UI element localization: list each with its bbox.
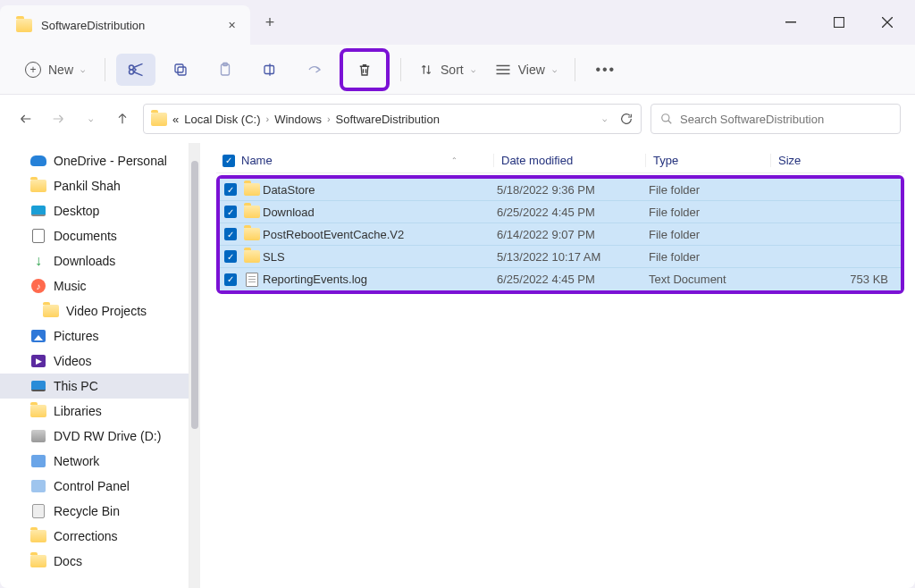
sidebar-item[interactable]: DVD RW Drive (D:) [0,424,189,449]
forward-button[interactable] [46,107,70,130]
sidebar-item[interactable]: Pictures [0,323,189,349]
view-icon [495,63,511,76]
file-row[interactable]: ✓ Download 6/25/2022 4:45 PM File folder [220,201,901,223]
file-name: PostRebootEventCache.V2 [263,228,497,241]
row-checkbox[interactable]: ✓ [220,183,241,196]
sidebar-item[interactable]: ▶Videos [0,349,189,374]
row-checkbox[interactable]: ✓ [220,228,241,240]
maximize-button[interactable] [818,8,860,37]
sidebar-item[interactable]: Corrections [0,524,189,549]
column-name[interactable]: Name⌃ [241,154,493,167]
breadcrumb-item[interactable]: SoftwareDistribution [336,113,440,126]
breadcrumb-prefix: « [172,113,179,126]
file-icon [241,273,263,287]
file-list-highlight: ✓ DataStore 5/18/2022 9:36 PM File folde… [216,175,904,294]
column-date[interactable]: Date modified [493,154,645,167]
search-input[interactable] [680,113,891,126]
new-label: New [48,63,73,77]
sidebar-item[interactable]: Network [0,449,189,474]
folder-icon [30,554,46,568]
file-row[interactable]: ✓ SLS 5/13/2022 10:17 AM File folder [220,246,901,268]
close-tab-icon[interactable]: ✕ [224,16,239,35]
sidebar-item-label: This PC [54,379,98,393]
rename-button[interactable] [250,54,290,86]
sidebar-item[interactable]: OneDrive - Personal [0,148,189,173]
sidebar-item[interactable]: Video Projects [0,298,189,323]
separator [105,58,105,81]
folder-icon [241,250,263,263]
file-row[interactable]: ✓ DataStore 5/18/2022 9:36 PM File folde… [220,179,901,201]
search-box[interactable] [651,104,901,134]
up-button[interactable] [111,107,134,130]
sidebar-item-label: Recycle Bin [54,504,120,518]
scrollbar[interactable] [189,143,200,588]
rename-icon [262,62,278,78]
column-type[interactable]: Type [645,154,770,167]
folder-icon [241,206,263,218]
minimize-button[interactable] [770,8,811,37]
svg-line-14 [668,121,672,124]
new-button[interactable]: + New ⌵ [16,56,94,83]
net-icon [30,454,46,468]
sidebar-item[interactable]: ↓Downloads [0,248,189,273]
chevron-down-icon: ⌵ [471,65,475,74]
sidebar-item[interactable]: Libraries [0,399,189,424]
address-bar: ⌵ « Local Disk (C:) › Windows › Software… [0,95,915,143]
more-button[interactable]: ••• [586,54,625,86]
svg-rect-8 [264,65,274,73]
sidebar-item-label: Video Projects [66,304,147,318]
file-row[interactable]: ✓ ReportingEvents.log 6/25/2022 4:45 PM … [220,268,901,290]
refresh-icon[interactable] [619,112,634,126]
sidebar-item-label: Pankil Shah [54,179,121,193]
chevron-down-icon[interactable]: ⌵ [602,114,607,123]
row-checkbox[interactable]: ✓ [220,250,241,263]
file-name: Download [263,206,497,219]
cut-button[interactable] [116,54,155,86]
doc-icon [30,229,46,243]
recent-dropdown[interactable]: ⌵ [79,107,102,130]
sidebar-item-label: OneDrive - Personal [54,154,167,168]
folder-icon [16,19,32,32]
sidebar-item[interactable]: Documents [0,223,189,248]
paste-button[interactable] [206,54,245,86]
breadcrumb-item[interactable]: Local Disk (C:) [184,113,260,126]
video-icon: ▶ [30,354,46,368]
view-button[interactable]: View ⌵ [488,57,564,82]
sidebar-item[interactable]: Pankil Shah [0,173,189,198]
select-all-checkbox[interactable]: ✓ [216,155,241,167]
window-tab[interactable]: SoftwareDistribution ✕ [0,5,250,45]
sidebar-item-label: Control Panel [54,479,130,493]
title-bar: SoftwareDistribution ✕ + [0,0,915,45]
sidebar-item-label: DVD RW Drive (D:) [54,429,161,443]
sidebar-item[interactable]: ♪Music [0,273,189,298]
sort-button[interactable]: Sort ⌵ [412,57,483,82]
svg-rect-0 [785,21,796,23]
sidebar-item[interactable]: Control Panel [0,474,189,499]
new-tab-button[interactable]: + [250,0,290,45]
file-row[interactable]: ✓ PostRebootEventCache.V2 6/14/2022 9:07… [220,223,901,246]
copy-button[interactable] [161,54,200,86]
file-type: File folder [649,228,774,241]
music-icon: ♪ [30,279,46,293]
sidebar-item[interactable]: Desktop [0,198,189,223]
column-size[interactable]: Size [770,154,904,167]
scrollbar-thumb[interactable] [191,161,198,429]
window-controls [770,0,915,45]
bin-icon [30,504,46,518]
sidebar-item[interactable]: Docs [0,549,189,574]
breadcrumb[interactable]: « Local Disk (C:) › Windows › SoftwareDi… [143,104,642,134]
sidebar-item[interactable]: This PC [0,374,189,399]
back-button[interactable] [14,107,38,130]
delete-button[interactable] [345,54,384,86]
content-pane: ✓ Name⌃ Date modified Type Size ✓ DataSt… [200,143,915,588]
tab-title: SoftwareDistribution [41,19,215,32]
row-checkbox[interactable]: ✓ [220,206,241,218]
row-checkbox[interactable]: ✓ [220,273,241,286]
breadcrumb-item[interactable]: Windows [274,113,322,126]
close-window-button[interactable] [867,8,908,37]
share-button[interactable] [295,54,334,86]
clipboard-icon [217,62,233,78]
sidebar-item[interactable]: Recycle Bin [0,499,189,524]
sidebar-item-label: Pictures [54,329,99,343]
chevron-right-icon: › [265,113,269,124]
